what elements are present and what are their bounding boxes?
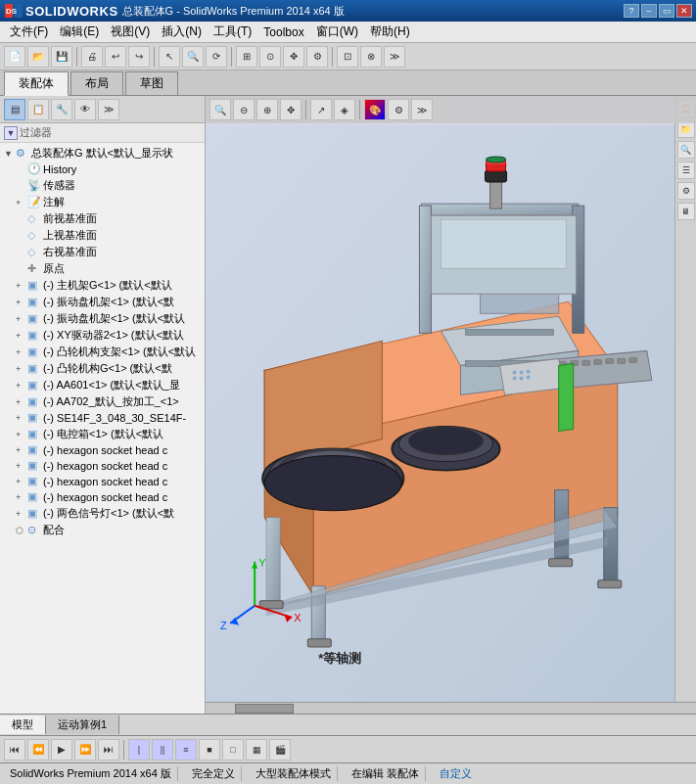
tree-item-annotations[interactable]: + 📝 注解 xyxy=(0,194,205,210)
tree-item-hex4[interactable]: + ▣ (-) hexagon socket head c xyxy=(0,489,205,505)
tree-item-history[interactable]: 🕐 History xyxy=(0,161,205,177)
rb-settings2[interactable]: ⚙ xyxy=(677,182,695,200)
tree-root-item[interactable]: ▼ ⚙ 总装配体G 默认<默认_显示状 xyxy=(0,145,205,161)
tree-item-xy-drive[interactable]: + ▣ (-) XY驱动器2<1> (默认<默认 xyxy=(0,327,205,344)
vp-color1[interactable]: 🎨 xyxy=(364,99,386,120)
vp-zoom-in[interactable]: 🔍 xyxy=(209,99,231,120)
menu-view[interactable]: 视图(V) xyxy=(105,22,156,42)
close-button[interactable]: ✕ xyxy=(676,4,692,18)
menu-help[interactable]: 帮助(H) xyxy=(364,22,416,42)
model-tree-btn[interactable]: ▤ xyxy=(4,99,25,120)
vp-display1[interactable]: ◈ xyxy=(334,99,355,120)
bt-film[interactable]: 🎬 xyxy=(269,739,291,761)
tree-item-aa601[interactable]: + ▣ (-) AA601<1> (默认<默认_显 xyxy=(0,377,205,393)
viewport-hscroll[interactable] xyxy=(206,702,696,714)
tree-item-signal-light[interactable]: + ▣ (-) 两色信号灯<1> (默认<默 xyxy=(0,505,205,522)
tree-item-se14f[interactable]: + ▣ (-) SE14F_3_048_30_SE14F- xyxy=(0,410,205,426)
menu-tools[interactable]: 工具(T) xyxy=(208,22,257,42)
save-btn[interactable]: 💾 xyxy=(51,46,72,68)
menu-window[interactable]: 窗口(W) xyxy=(310,22,364,42)
vp-settings[interactable]: ⚙ xyxy=(388,99,409,120)
mate-btn[interactable]: ⊙ xyxy=(259,46,281,68)
tab-layout[interactable]: 布局 xyxy=(70,71,123,95)
feature-tree[interactable]: ▼ ⚙ 总装配体G 默认<默认_显示状 🕐 History 📡 传感器 + 📝 … xyxy=(0,143,205,714)
hscroll-thumb[interactable] xyxy=(235,704,294,714)
bt-bar4[interactable]: ■ xyxy=(199,739,220,761)
tab-assembly[interactable]: 装配体 xyxy=(4,71,69,96)
svg-rect-50 xyxy=(490,179,502,208)
undo-btn[interactable]: ↩ xyxy=(105,46,126,68)
left-toolbar: ▤ 📋 🔧 👁 ≫ xyxy=(0,96,205,123)
insert-comp-btn[interactable]: ⊞ xyxy=(236,46,257,68)
svg-point-22 xyxy=(264,456,401,511)
move-comp-btn[interactable]: ✥ xyxy=(283,46,304,68)
main-toolbar: 📄 📂 💾 🖨 ↩ ↪ ↖ 🔍 ⟳ ⊞ ⊙ ✥ ⚙ ⊡ ⊗ ≫ xyxy=(0,43,696,70)
minimize-button[interactable]: – xyxy=(641,4,657,18)
print-btn[interactable]: 🖨 xyxy=(81,46,103,68)
tree-item-hex3[interactable]: + ▣ (-) hexagon socket head c xyxy=(0,474,205,489)
bt-bar3[interactable]: ≡ xyxy=(175,739,197,761)
window-controls[interactable]: ? – ▭ ✕ xyxy=(624,4,692,18)
tree-item-right-plane[interactable]: ◇ 右视基准面 xyxy=(0,244,205,260)
feature-tree-panel: ▤ 📋 🔧 👁 ≫ ▼ 过滤器 ▼ ⚙ 总装配体G 默认<默认_显示状 🕐 Hi… xyxy=(0,96,206,714)
bt-next[interactable]: ⏩ xyxy=(74,739,96,761)
bt-bar2[interactable]: || xyxy=(152,739,173,761)
select-btn[interactable]: ↖ xyxy=(159,46,180,68)
tree-item-top-plane[interactable]: ◇ 上视基准面 xyxy=(0,227,205,244)
tree-item-hex1[interactable]: + ▣ (-) hexagon socket head c xyxy=(0,442,205,458)
bt-bar1[interactable]: | xyxy=(128,739,150,761)
bt-end[interactable]: ⏭ xyxy=(98,739,119,761)
bt-bar6[interactable]: ▦ xyxy=(246,739,267,761)
vp-more[interactable]: ≫ xyxy=(411,99,433,120)
rb-list[interactable]: ☰ xyxy=(677,161,695,179)
bt-prev[interactable]: ⏪ xyxy=(27,739,49,761)
vp-zoom-area[interactable]: ⊕ xyxy=(256,99,278,120)
vp-pan[interactable]: ✥ xyxy=(280,99,302,120)
vp-zoom-out[interactable]: ⊖ xyxy=(233,99,255,120)
display-btn[interactable]: 👁 xyxy=(74,99,96,120)
zoom-btn[interactable]: 🔍 xyxy=(182,46,204,68)
more-left-btn[interactable]: ≫ xyxy=(98,99,119,120)
tree-item-origin[interactable]: ✚ 原点 xyxy=(0,260,205,277)
tab-sketch[interactable]: 草图 xyxy=(125,71,178,95)
rotate-view-btn[interactable]: ⟳ xyxy=(206,46,227,68)
tree-item-cam-mech[interactable]: + ▣ (-) 凸轮机构G<1> (默认<默 xyxy=(0,360,205,377)
3d-viewport[interactable]: 🔍 ⊖ ⊕ ✥ ↗ ◈ 🎨 ⚙ ≫ xyxy=(206,96,696,714)
bt-play[interactable]: ▶ xyxy=(51,739,72,761)
redo-btn[interactable]: ↪ xyxy=(128,46,150,68)
property-btn[interactable]: 📋 xyxy=(27,99,49,120)
smart-fastener-btn[interactable]: ⚙ xyxy=(306,46,328,68)
tree-item-main-frame[interactable]: + ▣ (-) 主机架G<1> (默认<默认 xyxy=(0,277,205,294)
tree-item-elec-box[interactable]: + ▣ (-) 电控箱<1> (默认<默认 xyxy=(0,426,205,442)
detect-btn[interactable]: ⊗ xyxy=(360,46,382,68)
help-button[interactable]: ? xyxy=(624,4,639,18)
open-btn[interactable]: 📂 xyxy=(27,46,49,68)
bottom-tab-model[interactable]: 模型 xyxy=(0,715,46,734)
tree-item-mates[interactable]: ⬡ ⊙ 配合 xyxy=(0,522,205,538)
bt-bar5[interactable]: □ xyxy=(222,739,244,761)
more-btn[interactable]: ≫ xyxy=(384,46,405,68)
feature-tabbar: 装配体 布局 草图 xyxy=(0,70,696,96)
tree-item-sensors[interactable]: 📡 传感器 xyxy=(0,177,205,194)
menu-insert[interactable]: 插入(N) xyxy=(156,22,208,42)
new-btn[interactable]: 📄 xyxy=(4,46,25,68)
menu-file[interactable]: 文件(F) xyxy=(4,22,54,42)
menu-edit[interactable]: 编辑(E) xyxy=(54,22,105,42)
bottom-toolbar: ⏮ ⏪ ▶ ⏩ ⏭ | || ≡ ■ □ ▦ 🎬 xyxy=(0,735,696,762)
tree-item-cam-support[interactable]: + ▣ (-) 凸轮机构支架<1> (默认<默认 xyxy=(0,344,205,360)
explode-btn[interactable]: ⊡ xyxy=(337,46,358,68)
tree-item-aa702[interactable]: + ▣ (-) AA702_默认_按加工_<1> xyxy=(0,393,205,410)
config-btn[interactable]: 🔧 xyxy=(51,99,72,120)
bt-rewind[interactable]: ⏮ xyxy=(4,739,25,761)
tree-item-hex2[interactable]: + ▣ (-) hexagon socket head c xyxy=(0,458,205,474)
tree-item-front-plane[interactable]: ◇ 前视基准面 xyxy=(0,210,205,227)
status-custom[interactable]: 自定义 xyxy=(434,766,478,781)
tree-item-vib-disc2[interactable]: + ▣ (-) 振动盘机架<1> (默认<默认 xyxy=(0,310,205,327)
rb-search[interactable]: 🔍 xyxy=(677,141,695,159)
restore-button[interactable]: ▭ xyxy=(659,4,674,18)
vp-view1[interactable]: ↗ xyxy=(310,99,332,120)
tree-item-vib-disc[interactable]: + ▣ (-) 振动盘机架<1> (默认<默 xyxy=(0,294,205,310)
menu-toolbox[interactable]: Toolbox xyxy=(257,23,309,41)
rb-display2[interactable]: 🖥 xyxy=(677,203,695,220)
bottom-tab-motion[interactable]: 运动算例1 xyxy=(46,715,119,734)
